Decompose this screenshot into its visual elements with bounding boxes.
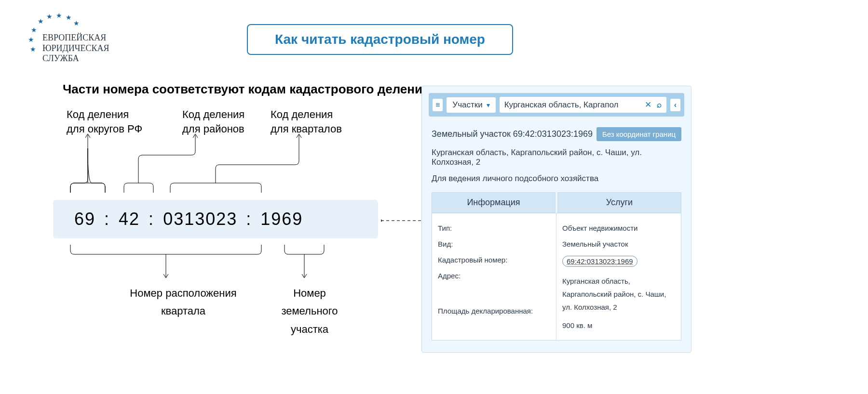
label-top-2a: Код деления	[182, 108, 267, 121]
cadnum-seg2: 42	[112, 209, 147, 229]
label-top-3b: для кварталов	[271, 123, 357, 135]
diagram-section: Части номера соответствуют кодам кадастр…	[63, 82, 430, 135]
menu-icon[interactable]: ≡	[433, 99, 443, 111]
label-bottom-2c: участка	[266, 320, 353, 338]
label-top-1b: для округов РФ	[67, 123, 158, 135]
tab-info[interactable]: Информация	[432, 192, 556, 213]
search-icon[interactable]: ⌕	[657, 100, 662, 109]
row-kind-label: Вид:	[438, 236, 550, 252]
main-title: Как читать кадастровый номер	[247, 24, 513, 55]
cadnum-sep2: :	[147, 209, 156, 229]
tab-services[interactable]: Услуги	[557, 192, 681, 213]
cadnum-seg4: 1969	[254, 209, 310, 229]
row-area-label: Площадь декларированная:	[438, 303, 550, 319]
cadnum-seg1: 69	[68, 209, 102, 229]
purpose-line: Для ведения личного подсобного хозяйства	[432, 174, 681, 184]
row-area-value: 900 кв. м	[562, 317, 675, 333]
chevron-down-icon: ▾	[487, 101, 490, 109]
status-badge: Без координат границ	[597, 127, 681, 141]
row-kind-value: Земельный участок	[562, 236, 675, 252]
logo-line1: ЕВРОПЕЙСКАЯ	[42, 33, 109, 43]
cadnum-seg3: 0313023	[156, 209, 244, 229]
row-type-label: Тип:	[438, 220, 550, 236]
dropdown-label: Участки	[452, 100, 482, 110]
row-address-label: Адрес:	[438, 268, 550, 284]
label-top-1a: Код деления	[67, 108, 158, 121]
section-heading: Части номера соответствуют кодам кадастр…	[63, 82, 430, 97]
search-value: Курганская область, Каргапол	[504, 100, 619, 110]
row-cadnum-value[interactable]: 69:42:0313023:1969	[562, 256, 637, 267]
svg-point-0	[381, 220, 382, 222]
row-type-value: Объект недвижимости	[562, 220, 675, 236]
cadastral-number-box: 69 : 42 : 0313023 : 1969	[53, 200, 378, 238]
label-bottom-2b: земельного	[266, 302, 353, 320]
logo-line2: ЮРИДИЧЕСКАЯ	[42, 43, 109, 54]
parcel-label: Земельный участок 69:42:0313023:1969	[432, 129, 593, 139]
address-line: Курганская область, Каргапольский район,…	[432, 148, 681, 167]
info-panel: ≡ Участки ▾ Курганская область, Каргапол…	[421, 86, 692, 353]
category-dropdown[interactable]: Участки ▾	[447, 97, 495, 113]
collapse-icon[interactable]: ‹	[670, 99, 680, 111]
cadnum-sep3: :	[244, 209, 254, 229]
cadnum-sep1: :	[102, 209, 112, 229]
info-grid: Тип: Вид: Кадастровый номер: Адрес: Площ…	[432, 213, 681, 341]
clear-icon[interactable]: ✕	[645, 100, 651, 109]
label-bottom-2a: Номер	[266, 284, 353, 302]
logo-line3: СЛУЖБА	[42, 53, 109, 64]
row-address-value: Курганская область, Каргапольский район,…	[562, 271, 675, 317]
label-bottom-1a: Номер расположения	[111, 284, 256, 302]
label-top-2b: для районов	[182, 123, 267, 135]
label-top-3a: Код деления	[271, 108, 357, 121]
search-input[interactable]: Курганская область, Каргапол ✕ ⌕	[500, 97, 666, 113]
search-bar: ≡ Участки ▾ Курганская область, Каргапол…	[429, 93, 684, 117]
label-bottom-1b: квартала	[111, 302, 256, 320]
row-cadnum-label: Кадастровый номер:	[438, 252, 550, 268]
